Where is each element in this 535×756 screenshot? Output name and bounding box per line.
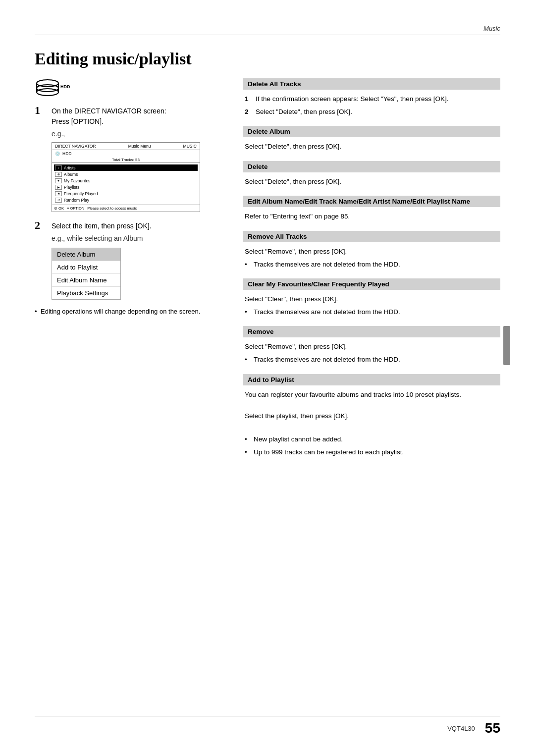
step-1-content: On the DIRECT NAVIGATOR screen: Press [O… <box>52 104 223 212</box>
step-2-eg: e.g., while selecting an Album <box>52 233 223 244</box>
screenshot-row-3: ▶ Playlists <box>54 184 198 190</box>
hdd-icon <box>35 78 58 96</box>
bullet-dot: • <box>245 259 251 270</box>
bullet-dot-5: • <box>245 447 251 458</box>
hdd-text: HDD <box>60 84 70 90</box>
step-1-text-line1: On the DIRECT NAVIGATOR screen: <box>52 106 223 116</box>
bullet-dot-2: • <box>245 307 251 318</box>
step-dat-1-num: 1 <box>245 94 253 105</box>
step-1-text-line2: Press [OPTION]. <box>52 116 223 127</box>
section-header-add-to-playlist: Add to Playlist <box>243 374 500 385</box>
screenshot-icon-5: ↺ <box>55 198 62 203</box>
screenshot-hdd-row: 💿 HDD <box>52 150 200 157</box>
screenshot-footer-note: Please select to access music <box>87 206 137 211</box>
add-playlist-text-1: You can register your favourite albums a… <box>245 389 498 400</box>
page-title: Editing music/playlist <box>35 50 500 68</box>
screenshot-row-0: ♪ Artists <box>54 164 198 171</box>
screenshot-label-1: Albums <box>64 172 78 177</box>
hdd-icon-area: HDD <box>35 78 223 96</box>
gray-sidebar-bar <box>503 326 510 365</box>
section-header-remove-all-tracks: Remove All Tracks <box>243 231 500 242</box>
screenshot-label-5: Random Play <box>64 198 89 203</box>
step-2-text: Select the item, then press [OK]. <box>52 221 223 231</box>
step-dat-2-text: Select "Delete", then press [OK]. <box>256 107 352 117</box>
screenshot-icon-3: ▶ <box>55 185 62 190</box>
section-body-edit-names: Refer to "Entering text" on page 85. <box>243 211 500 222</box>
main-content: HDD 1 On the DIRECT NAVIGATOR screen: Pr… <box>35 78 500 466</box>
screenshot-footer: ⊙ OK ≡ OPTION Please select to access mu… <box>52 205 200 212</box>
remove-all-bullet: • Tracks themselves are not deleted from… <box>245 259 498 270</box>
right-column: Delete All Tracks 1 If the confirmation … <box>243 78 500 466</box>
screenshot-footer-option: ≡ OPTION <box>67 206 84 211</box>
section-body-delete: Select "Delete", then press [OK]. <box>243 176 500 187</box>
section-header-remove: Remove <box>243 326 500 337</box>
section-clear-favourites: Clear My Favourites/Clear Frequently Pla… <box>243 278 500 317</box>
section-body-remove-all-tracks: Select "Remove", then press [OK]. • Trac… <box>243 246 500 270</box>
remove-text: Select "Remove", then press [OK]. <box>245 341 498 352</box>
screenshot-hdd-label: HDD <box>62 151 71 156</box>
section-body-remove: Select "Remove", then press [OK]. • Trac… <box>243 341 500 365</box>
section-header-delete-album: Delete Album <box>243 126 500 137</box>
section-header-edit-names: Edit Album Name/Edit Track Name/Edit Art… <box>243 196 500 207</box>
add-playlist-bullet-1: • New playlist cannot be added. <box>245 434 498 445</box>
screenshot-menu-label: Music Menu <box>128 144 151 149</box>
section-body-delete-album: Select "Delete", then press [OK]. <box>243 141 500 152</box>
add-playlist-bullet-2: • Up to 999 tracks can be registered to … <box>245 447 498 458</box>
screenshot-total: Total Tracks: 53 <box>52 157 200 163</box>
menu-item-delete-album: Delete Album <box>52 248 120 261</box>
section-edit-names: Edit Album Name/Edit Track Name/Edit Art… <box>243 196 500 222</box>
clear-favourites-bullet: • Tracks themselves are not deleted from… <box>245 307 498 318</box>
section-header-delete: Delete <box>243 161 500 172</box>
step-dat-2-num: 2 <box>245 107 253 117</box>
section-delete-all-tracks: Delete All Tracks 1 If the confirmation … <box>243 78 500 117</box>
menu-item-playback: Playback Settings <box>52 287 120 299</box>
section-remove-all-tracks: Remove All Tracks Select "Remove", then … <box>243 231 500 270</box>
screenshot-row-2: ♥ My Favourites <box>54 177 198 184</box>
screenshot-body: ♪ Artists ⊕ Albums ♥ My Favourites <box>52 163 200 205</box>
step-dat-2: 2 Select "Delete", then press [OK]. <box>245 107 498 117</box>
section-body-add-to-playlist: You can register your favourite albums a… <box>243 389 500 458</box>
section-body-delete-all-tracks: 1 If the confirmation screen appears: Se… <box>243 94 500 117</box>
screenshot-icon-0: ♪ <box>55 165 62 170</box>
section-delete-album: Delete Album Select "Delete", then press… <box>243 126 500 152</box>
left-column: HDD 1 On the DIRECT NAVIGATOR screen: Pr… <box>35 78 223 466</box>
screenshot-icon-2: ♥ <box>55 178 62 183</box>
page: Music Editing music/playlist <box>0 0 535 756</box>
bullet-dot-4: • <box>245 434 251 445</box>
add-playlist-text-2: Select the playlist, then press [OK]. <box>245 411 498 422</box>
step-dat-1: 1 If the confirmation screen appears: Se… <box>245 94 498 105</box>
section-body-clear-favourites: Select "Clear", then press [OK]. • Track… <box>243 294 500 317</box>
screenshot-footer-ok: ⊙ OK <box>54 206 64 211</box>
screenshot-music-label: MUSIC <box>183 144 197 149</box>
screenshot-hdd-icon: 💿 <box>55 151 60 156</box>
screenshot-label-3: Playlists <box>64 185 79 190</box>
delete-album-text: Select "Delete", then press [OK]. <box>245 143 341 150</box>
section-header-clear-favourites: Clear My Favourites/Clear Frequently Pla… <box>243 278 500 290</box>
step-1-number: 1 <box>35 104 47 212</box>
step-dat-1-text: If the confirmation screen appears: Sele… <box>256 94 449 105</box>
remove-bullet-text: Tracks themselves are not deleted from t… <box>254 354 400 365</box>
section-add-to-playlist: Add to Playlist You can register your fa… <box>243 374 500 458</box>
bullet-note: Editing operations will change depending… <box>35 307 223 317</box>
remove-all-text: Select "Remove", then press [OK]. <box>245 246 498 257</box>
menu-item-add-playlist: Add to Playlist <box>52 261 120 274</box>
screenshot-row-1: ⊕ Albums <box>54 171 198 177</box>
edit-names-text: Refer to "Entering text" on page 85. <box>245 213 350 220</box>
page-footer: VQT4L30 55 <box>35 720 500 736</box>
step-2: 2 Select the item, then press [OK]. e.g.… <box>35 219 223 300</box>
clear-favourites-text: Select "Clear", then press [OK]. <box>245 294 498 305</box>
context-menu: Delete Album Add to Playlist Edit Album … <box>52 248 121 300</box>
screenshot-icon-4: ★ <box>55 191 62 196</box>
screenshot-label-2: My Favourites <box>64 178 90 183</box>
screenshot-row-5: ↺ Random Play <box>54 197 198 203</box>
add-playlist-bullet-2-text: Up to 999 tracks can be registered to ea… <box>254 447 404 458</box>
step-1: 1 On the DIRECT NAVIGATOR screen: Press … <box>35 104 223 212</box>
delete-text: Select "Delete", then press [OK]. <box>245 178 341 185</box>
menu-item-edit-album: Edit Album Name <box>52 274 120 287</box>
section-header-delete-all-tracks: Delete All Tracks <box>243 78 500 90</box>
remove-bullet: • Tracks themselves are not deleted from… <box>245 354 498 365</box>
step-2-number: 2 <box>35 219 47 300</box>
section-delete: Delete Select "Delete", then press [OK]. <box>243 161 500 187</box>
remove-all-bullet-text: Tracks themselves are not deleted from t… <box>254 259 400 270</box>
screenshot-header: DIRECT NAVIGATOR Music Menu MUSIC <box>52 143 200 150</box>
